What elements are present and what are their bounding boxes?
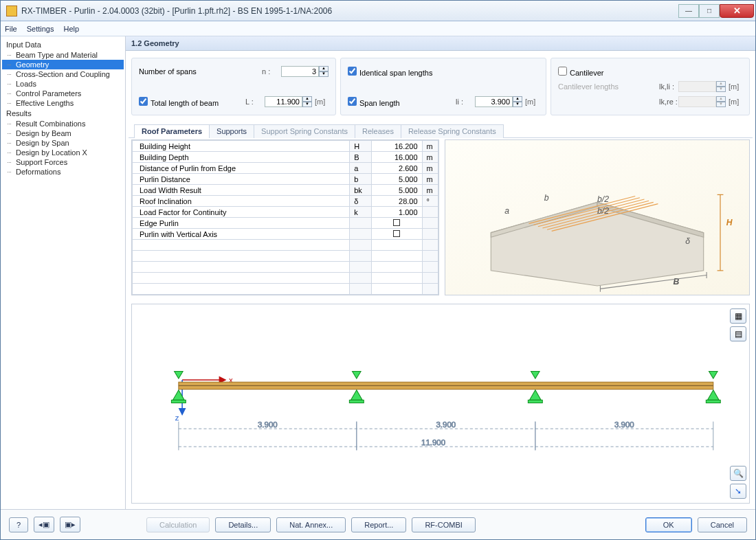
- nav-item[interactable]: Loads: [2, 79, 124, 89]
- param-row[interactable]: Load Factor for Continuityk1.000: [133, 207, 438, 218]
- param-row[interactable]: Load Width Resultbk5.000m: [133, 185, 438, 196]
- svg-rect-34: [349, 400, 364, 403]
- rf-combi-button[interactable]: RF-COMBI: [412, 517, 475, 532]
- help-button[interactable]: ?: [9, 517, 28, 532]
- svg-text:δ: δ: [685, 236, 690, 246]
- nav-item[interactable]: Support Forces: [2, 157, 124, 167]
- identical-spans-check[interactable]: Identical span lengths: [348, 67, 539, 77]
- svg-text:3.900: 3.900: [614, 420, 634, 429]
- param-row[interactable]: Purlin with Vertical Axis: [133, 229, 438, 240]
- svg-text:3.900: 3.900: [258, 420, 278, 429]
- beamview-export[interactable]: ➘: [730, 484, 746, 499]
- svg-marker-32: [175, 372, 184, 379]
- cantilever-group: Cantilever Cantilever lengths lk,li : ▲▼…: [551, 58, 750, 115]
- nav-item[interactable]: Effective Lengths: [2, 98, 124, 108]
- title-bar: RX-TIMBER - Purlin - 2.04.0003 (32bit) -…: [1, 1, 755, 21]
- svg-marker-26: [179, 409, 185, 414]
- calculation-button[interactable]: Calculation: [146, 517, 210, 532]
- nav-item[interactable]: Deformations: [2, 167, 124, 177]
- nav-item[interactable]: Result Combinations: [2, 119, 124, 128]
- span-length-group: Identical span lengths Span length li : …: [340, 58, 546, 115]
- menu-bar: File Settings Help: [1, 21, 755, 36]
- svg-marker-36: [529, 390, 541, 401]
- beamview-tool-1[interactable]: ▦: [730, 308, 746, 324]
- param-row[interactable]: Edge Purlin: [133, 218, 438, 229]
- svg-text:z: z: [175, 414, 179, 422]
- building-diagram: a b b/2 b/2 H B δ: [445, 139, 750, 295]
- svg-marker-33: [351, 390, 362, 401]
- menu-help[interactable]: Help: [63, 25, 79, 33]
- svg-text:a: a: [504, 206, 509, 216]
- svg-text:11.900: 11.900: [421, 438, 445, 447]
- beamview-tool-2[interactable]: ▤: [730, 326, 746, 341]
- nav-item[interactable]: Beam Type and Material: [2, 50, 124, 60]
- param-row[interactable]: Building DepthB16.000m: [133, 152, 438, 163]
- beam-view[interactable]: ▦ ▤ 🔍 ➘ x z 11.900 3.9003.9003.900: [131, 304, 750, 504]
- num-spans-spinner[interactable]: ▲▼: [319, 66, 329, 77]
- svg-text:b/2: b/2: [597, 194, 609, 204]
- svg-text:b/2: b/2: [597, 206, 609, 216]
- ok-button[interactable]: OK: [645, 517, 692, 532]
- nat-annex-button[interactable]: Nat. Annex...: [276, 517, 346, 532]
- param-row[interactable]: Building HeightH16.200m: [133, 141, 438, 152]
- nav-item[interactable]: Cross-Section and Coupling: [2, 69, 124, 79]
- menu-settings[interactable]: Settings: [27, 25, 54, 33]
- param-row[interactable]: Distance of Purlin from Edgea2.600m: [133, 163, 438, 174]
- span-length-input[interactable]: [475, 96, 513, 107]
- svg-text:B: B: [674, 277, 680, 286]
- nav-pane: Input Data Beam Type and MaterialGeometr…: [1, 36, 126, 509]
- cantilever-len-label: Cantilever lengths: [558, 82, 659, 91]
- window-title: RX-TIMBER - Purlin - 2.04.0003 (32bit) -…: [21, 6, 678, 16]
- nav-header-input: Input Data: [2, 39, 124, 50]
- nav-item[interactable]: Control Parameters: [2, 89, 124, 98]
- minimize-button[interactable]: —: [678, 4, 699, 18]
- footer: ? ◂▣ ▣▸ Calculation Details... Nat. Anne…: [1, 509, 755, 539]
- param-row[interactable]: Roof Inclinationδ28.00°: [133, 196, 438, 207]
- tab[interactable]: Release Spring Constants: [401, 124, 504, 138]
- tab-bar: Roof ParametersSupportsSupport Spring Co…: [129, 120, 753, 138]
- spans-group: Number of spans n : ▲▼ Total length of b…: [131, 58, 336, 115]
- tab[interactable]: Support Spring Constants: [254, 124, 355, 138]
- nav-header-results: Results: [2, 108, 124, 119]
- tab[interactable]: Supports: [209, 124, 254, 138]
- roof-params-table[interactable]: Building HeightH16.200mBuilding DepthB16…: [131, 139, 439, 295]
- svg-text:b: b: [544, 193, 549, 203]
- param-row[interactable]: Purlin Distanceb5.000m: [133, 174, 438, 185]
- svg-marker-41: [709, 372, 718, 379]
- svg-marker-38: [531, 372, 540, 379]
- nav-item[interactable]: Design by Beam: [2, 128, 124, 138]
- cantilever-check[interactable]: Cantilever: [558, 67, 742, 77]
- close-button[interactable]: ✕: [720, 4, 754, 18]
- svg-rect-31: [171, 400, 186, 403]
- svg-text:H: H: [726, 218, 733, 227]
- section-title: 1.2 Geometry: [126, 36, 755, 51]
- nav-item[interactable]: Design by Span: [2, 138, 124, 148]
- maximize-button[interactable]: □: [699, 4, 720, 18]
- nav-item[interactable]: Design by Location X: [2, 148, 124, 157]
- span-length-spinner[interactable]: ▲▼: [513, 96, 522, 107]
- num-spans-input[interactable]: [281, 66, 319, 77]
- prev-button[interactable]: ◂▣: [34, 517, 54, 532]
- svg-marker-39: [707, 390, 719, 401]
- svg-text:3.900: 3.900: [436, 420, 456, 429]
- nav-item[interactable]: Geometry: [2, 60, 124, 69]
- total-length-input[interactable]: [265, 96, 302, 107]
- num-spans-label: Number of spans: [139, 67, 262, 76]
- svg-marker-35: [353, 372, 362, 379]
- app-icon: [6, 5, 17, 16]
- report-button[interactable]: Report...: [351, 517, 406, 532]
- svg-rect-40: [706, 400, 720, 403]
- total-length-check[interactable]: Total length of beam: [139, 97, 245, 107]
- beamview-zoom[interactable]: 🔍: [730, 466, 746, 481]
- tab[interactable]: Releases: [355, 124, 401, 138]
- cantilever-right-input: [678, 96, 716, 107]
- cantilever-left-input: [678, 81, 716, 92]
- details-button[interactable]: Details...: [215, 517, 271, 532]
- tab[interactable]: Roof Parameters: [134, 124, 210, 138]
- span-length-check[interactable]: Span length: [348, 97, 456, 107]
- cancel-button[interactable]: Cancel: [698, 517, 747, 532]
- svg-rect-37: [528, 400, 542, 403]
- next-button[interactable]: ▣▸: [60, 517, 80, 532]
- total-length-spinner[interactable]: ▲▼: [302, 96, 312, 107]
- menu-file[interactable]: File: [5, 25, 17, 33]
